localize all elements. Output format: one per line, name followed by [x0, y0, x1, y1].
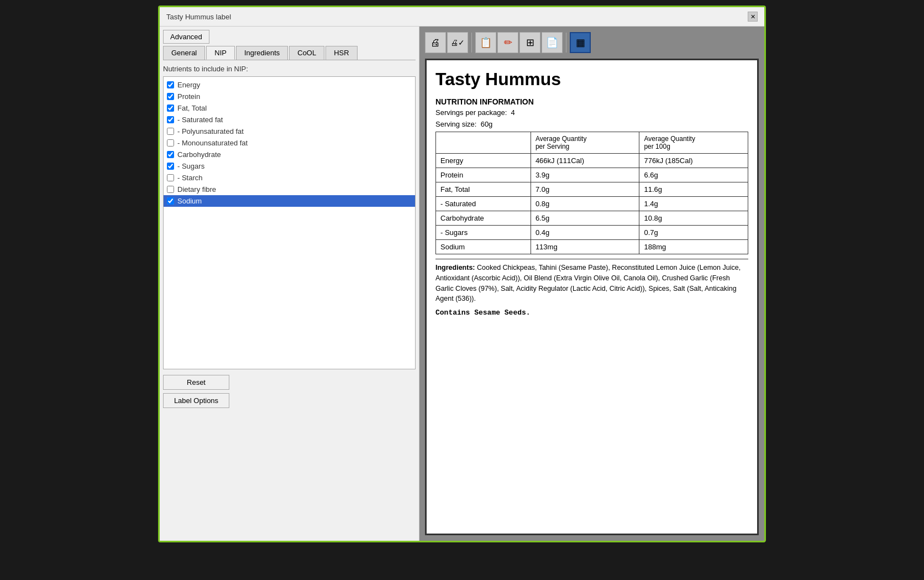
col-header-per-serving: Average Quantity per Serving [531, 132, 639, 154]
nutrient-checkbox-monounsaturated_fat[interactable] [167, 139, 174, 147]
table-cell-nutrient: - Sugars [436, 226, 531, 240]
nutrient-checkbox-energy[interactable] [167, 81, 174, 88]
advanced-button[interactable]: Advanced [163, 30, 209, 44]
col-header-per-100g: Average Quantity per 100g [639, 132, 748, 154]
nutrient-item-dietary_fibre[interactable]: Dietary fibre [164, 184, 415, 195]
print2-button[interactable]: 🖨✓ [447, 32, 468, 53]
nutrient-label-sodium: Sodium [177, 197, 202, 205]
tab-ingredients[interactable]: Ingredients [236, 46, 288, 60]
tab-hsr[interactable]: HSR [326, 46, 357, 60]
nutrient-item-fat_total[interactable]: Fat, Total [164, 102, 415, 114]
left-panel: Advanced General NIP Ingredients CoOL HS… [160, 27, 419, 541]
nutrient-item-energy[interactable]: Energy [164, 79, 415, 91]
nutrient-checkbox-dietary_fibre[interactable] [167, 186, 174, 193]
table-cell-per_serving: 7.0g [531, 182, 639, 197]
table-cell-nutrient: Fat, Total [436, 182, 531, 197]
grid-button[interactable]: ⊞ [519, 32, 540, 53]
table-row: Carbohydrate6.5g10.8g [436, 211, 748, 226]
table-cell-per_100g: 10.8g [639, 211, 748, 226]
nutrient-label-saturated_fat: - Saturated fat [177, 116, 223, 124]
table-cell-per_serving: 466kJ (111Cal) [531, 154, 639, 168]
toolbar-separator-1 [471, 33, 472, 53]
nutrient-label-sugars: - Sugars [177, 162, 204, 170]
table-cell-per_100g: 0.7g [639, 226, 748, 240]
table-cell-per_serving: 113mg [531, 240, 639, 254]
title-bar: Tasty Hummus label ✕ [160, 7, 764, 27]
table-cell-per_serving: 6.5g [531, 211, 639, 226]
label-preview: Tasty Hummus NUTRITION INFORMATION Servi… [425, 59, 759, 535]
table-cell-per_100g: 776kJ (185Cal) [639, 154, 748, 168]
app-window: Tasty Hummus label ✕ Advanced General NI… [158, 6, 766, 542]
nutrient-checkbox-fat_total[interactable] [167, 104, 174, 112]
new-button[interactable]: 📄 [542, 32, 563, 53]
nutrient-label-starch: - Starch [177, 174, 203, 182]
table-cell-per_100g: 6.6g [639, 168, 748, 182]
tab-cool[interactable]: CoOL [289, 46, 324, 60]
ingredients-text: Ingredients: Cooked Chickpeas, Tahini (S… [435, 259, 748, 304]
table-cell-nutrient: Energy [436, 154, 531, 168]
nutrients-section-label: Nutrients to include in NIP: [163, 65, 416, 73]
main-layout: Advanced General NIP Ingredients CoOL HS… [160, 27, 764, 541]
nutrient-checkbox-polyunsaturated_fat[interactable] [167, 128, 174, 135]
nutrient-item-polyunsaturated_fat[interactable]: - Polyunsaturated fat [164, 126, 415, 137]
servings-per-package: Servings per package: 4 [435, 108, 748, 117]
nutrient-item-protein[interactable]: Protein [164, 91, 415, 102]
product-title: Tasty Hummus [435, 69, 748, 90]
bottom-buttons: Reset Label Options [163, 375, 416, 408]
nutrient-checkbox-starch[interactable] [167, 174, 174, 181]
label-options-button[interactable]: Label Options [163, 393, 229, 408]
print-button[interactable]: 🖨 [425, 32, 446, 53]
table-cell-nutrient: Carbohydrate [436, 211, 531, 226]
nutrient-item-carbohydrate[interactable]: Carbohydrate [164, 149, 415, 160]
servings-label: Servings per package: [435, 108, 507, 117]
edit-button[interactable]: ✏ [497, 32, 518, 53]
table-row: - Saturated0.8g1.4g [436, 197, 748, 211]
nip-table: Average Quantity per Serving Average Qua… [435, 132, 748, 254]
nutrient-item-monounsaturated_fat[interactable]: - Monounsaturated fat [164, 137, 415, 149]
nutrient-checkbox-saturated_fat[interactable] [167, 116, 174, 123]
nutrient-label-carbohydrate: Carbohydrate [177, 150, 221, 159]
nutrient-item-sugars[interactable]: - Sugars [164, 160, 415, 172]
tab-nip[interactable]: NIP [206, 46, 235, 60]
table-cell-nutrient: - Saturated [436, 197, 531, 211]
nutrient-item-saturated_fat[interactable]: - Saturated fat [164, 114, 415, 126]
copy-button[interactable]: 📋 [475, 32, 496, 53]
tabs-bar: General NIP Ingredients CoOL HSR [163, 46, 416, 60]
close-button[interactable]: ✕ [748, 12, 758, 22]
nutrient-checkbox-protein[interactable] [167, 93, 174, 100]
toolbar-separator-2 [566, 33, 566, 53]
nutrient-item-sodium[interactable]: Sodium [164, 195, 415, 207]
table-cell-per_100g: 188mg [639, 240, 748, 254]
table-cell-per_100g: 11.6g [639, 182, 748, 197]
col-header-nutrient [436, 132, 531, 154]
table-row: - Sugars0.4g0.7g [436, 226, 748, 240]
table-cell-per_serving: 0.8g [531, 197, 639, 211]
nip-title: NUTRITION INFORMATION [435, 95, 748, 108]
table-row: Fat, Total7.0g11.6g [436, 182, 748, 197]
nutrient-list: EnergyProteinFat, Total - Saturated fat … [163, 76, 416, 369]
right-panel: 🖨 🖨✓ 📋 ✏ ⊞ 📄 ▦ Tasty Hummus NUTRITION IN… [419, 27, 764, 541]
serving-size-value: 60g [481, 120, 493, 128]
serving-size-label: Serving size: [435, 120, 476, 128]
nutrient-checkbox-sugars[interactable] [167, 163, 174, 170]
nutrient-label-fat_total: Fat, Total [177, 104, 207, 112]
nutrient-checkbox-sodium[interactable] [167, 197, 174, 205]
window-title: Tasty Hummus label [166, 13, 231, 21]
table-cell-nutrient: Sodium [436, 240, 531, 254]
reset-button[interactable]: Reset [163, 375, 229, 390]
table-cell-per_serving: 0.4g [531, 226, 639, 240]
nutrient-item-starch[interactable]: - Starch [164, 172, 415, 184]
table-cell-per_serving: 3.9g [531, 168, 639, 182]
serving-size: Serving size: 60g [435, 120, 748, 128]
allergen-text: Contains Sesame Seeds. [435, 309, 748, 317]
table-row: Sodium113mg188mg [436, 240, 748, 254]
nutrient-label-dietary_fibre: Dietary fibre [177, 185, 216, 194]
table-button[interactable]: ▦ [570, 32, 591, 53]
table-cell-nutrient: Protein [436, 168, 531, 182]
nutrient-label-energy: Energy [177, 81, 200, 89]
nutrient-checkbox-carbohydrate[interactable] [167, 151, 174, 158]
table-row: Energy466kJ (111Cal)776kJ (185Cal) [436, 154, 748, 168]
toolbar: 🖨 🖨✓ 📋 ✏ ⊞ 📄 ▦ [425, 32, 759, 53]
nutrient-label-polyunsaturated_fat: - Polyunsaturated fat [177, 127, 244, 135]
tab-general[interactable]: General [163, 46, 205, 60]
